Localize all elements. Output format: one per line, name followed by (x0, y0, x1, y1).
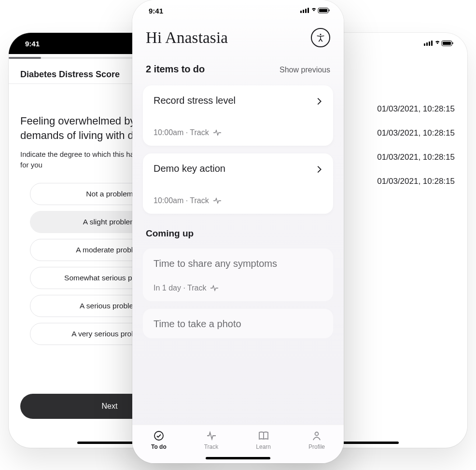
tab-track[interactable]: Track (204, 430, 219, 450)
tab-label: To do (151, 443, 167, 450)
greeting: Hi Anastasia (146, 29, 228, 47)
chevron-right-icon (314, 96, 324, 107)
home-screen: 9:41 Hi Anastasia 2 items to do Show pre… (132, 0, 344, 463)
pulse-icon (213, 197, 222, 204)
home-indicator (334, 442, 399, 444)
svg-point-7 (320, 34, 322, 35)
status-time: 9:41 (25, 40, 40, 48)
tab-label: Track (204, 443, 219, 450)
todo-card[interactable]: Record stress level 10:00am · Track (143, 85, 333, 146)
pulse-icon (213, 129, 222, 136)
card-title: Time to share any symptoms (154, 258, 322, 269)
card-title: Record stress level (154, 95, 322, 106)
show-previous-link[interactable]: Show previous (280, 66, 330, 74)
tab-label: Learn (256, 443, 271, 450)
home-indicator (206, 457, 270, 459)
check-circle-icon (153, 430, 165, 442)
card-title: Demo key action (154, 163, 322, 174)
tab-todo[interactable]: To do (151, 430, 167, 450)
status-icons (424, 41, 454, 46)
svg-point-8 (154, 431, 163, 440)
card-meta: 10:00am · Track (154, 196, 322, 205)
status-bar: 9:41 (132, 0, 344, 21)
coming-up-card[interactable]: Time to take a photo (143, 309, 333, 338)
card-meta: In 1 day · Track (154, 284, 322, 292)
card-meta: 10:00am · Track (154, 128, 322, 137)
status-icons (300, 8, 330, 14)
todo-card[interactable]: Demo key action 10:00am · Track (143, 153, 333, 214)
tab-profile[interactable]: Profile (308, 430, 325, 450)
tab-learn[interactable]: Learn (256, 430, 271, 450)
svg-point-9 (315, 432, 318, 436)
pulse-icon (210, 285, 219, 291)
pulse-icon (206, 430, 217, 442)
status-time: 9:41 (149, 7, 163, 15)
todo-heading: 2 items to do (146, 64, 205, 75)
coming-up-heading: Coming up (132, 214, 344, 244)
accessibility-button[interactable] (311, 28, 330, 47)
user-icon (311, 430, 322, 442)
accessibility-icon (315, 32, 326, 43)
chevron-right-icon (314, 164, 324, 175)
book-icon (258, 430, 269, 442)
tab-label: Profile (308, 443, 325, 450)
card-title: Time to take a photo (154, 318, 322, 330)
coming-up-card[interactable]: Time to share any symptoms In 1 day · Tr… (143, 249, 333, 301)
